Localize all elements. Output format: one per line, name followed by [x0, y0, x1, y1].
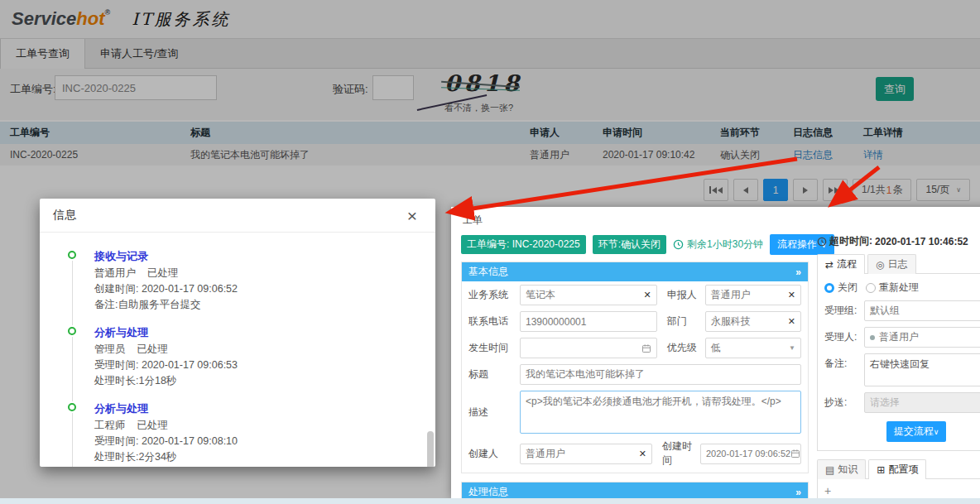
chevron-down-icon: ▼	[789, 344, 795, 352]
clear-icon[interactable]: ✕	[785, 316, 795, 327]
timeout-label: 超时时间:	[829, 234, 872, 248]
log-icon: ◎	[876, 259, 884, 271]
flow-log-tabs: ⇄流程 ◎日志	[817, 254, 980, 274]
field-value: 低	[711, 341, 721, 355]
timeline-connector	[72, 413, 73, 467]
chevron-down-icon: ∨	[934, 428, 939, 436]
radio-reprocess-label: 重新处理	[879, 281, 919, 295]
field-value: 13900000001	[526, 316, 586, 328]
order-main-column: 工单编号: INC-2020-0225 环节:确认关闭 剩余1小时30分钟 流程…	[461, 234, 809, 498]
assignee-input[interactable]: 普通用户	[864, 327, 980, 348]
creator-input[interactable]: 普通用户✕	[520, 444, 652, 464]
handle-info-section: 处理信息 » 根源分析 硬件原因✕ 解决时间 2020-01-20 00:00:…	[461, 482, 809, 498]
timeline-actor: 管理员	[94, 343, 126, 355]
timeline-status: 已处理	[147, 267, 179, 279]
timeline-connector	[72, 337, 73, 401]
add-config-item-button[interactable]: +	[824, 484, 980, 497]
panel-title: 工单	[463, 214, 980, 228]
field-value: 笔记本	[526, 288, 555, 302]
timeline-actor: 普通用户	[94, 267, 136, 279]
bottom-scroll-strip	[0, 498, 980, 504]
tab-label: 配置项	[888, 463, 918, 477]
field-label: 创建时间	[662, 439, 700, 468]
timeline-status: 已处理	[137, 420, 169, 431]
field-label: 联系电话	[468, 314, 520, 329]
handle-group-input[interactable]: 默认组	[864, 300, 980, 321]
screen: Servicehot® IT服务系统 工单号查询 申请人工号/查询 工单编号: …	[0, 0, 980, 504]
submit-flow-label: 提交流程	[894, 425, 934, 437]
field-value: 普通用户	[526, 447, 565, 461]
business-system-input[interactable]: 笔记本✕	[520, 285, 657, 305]
remaining-time-text: 剩余1小时30分钟	[687, 238, 763, 252]
radio-reprocess[interactable]	[866, 283, 876, 293]
field-label: 受理组:	[824, 304, 864, 318]
handle-info-header[interactable]: 处理信息 »	[462, 482, 808, 498]
create-time-input[interactable]: 2020-01-17 09:06:52	[700, 444, 801, 464]
timeline-extra: 处理时长:2分34秒	[94, 449, 420, 465]
field-placeholder: 请选择	[870, 396, 900, 410]
radio-close-label: 关闭	[838, 281, 858, 295]
tab-config-items[interactable]: ⊞配置项	[868, 459, 926, 479]
stage-badge: 环节:确认关闭	[593, 235, 666, 254]
field-label: 描述	[468, 406, 520, 420]
reporter-input[interactable]: 普通用户✕	[705, 285, 801, 305]
section-title: 基本信息	[468, 265, 508, 279]
clock-icon	[673, 239, 684, 250]
occur-time-input[interactable]	[520, 338, 657, 358]
field-value: 2020-01-17 09:06:52	[706, 449, 790, 458]
basic-info-header[interactable]: 基本信息 »	[462, 262, 808, 281]
description-textarea[interactable]: <p>我的笔记本必须接通电池才能开机，请帮我处理。</p>	[520, 391, 801, 434]
timeline-entry: 接收与记录 普通用户已处理 创建时间: 2020-01-17 09:06:52 …	[58, 249, 420, 313]
timeline-dot-icon	[68, 327, 76, 335]
department-input[interactable]: 永服科技✕	[705, 311, 801, 332]
config-items-box: + HD-HD-HD00024 行政部-笔记本-001 HD-HD00020 政…	[817, 478, 980, 498]
config-icon: ⊞	[877, 464, 885, 476]
timeline-dot-icon	[68, 251, 76, 259]
tab-flow[interactable]: ⇄流程	[817, 254, 865, 274]
timeline-time: 受理时间: 2020-01-17 09:06:53	[94, 358, 420, 373]
order-badge-row: 工单编号: INC-2020-0225 环节:确认关闭 剩余1小时30分钟 流程…	[461, 234, 809, 255]
section-title: 处理信息	[468, 485, 508, 498]
calendar-icon[interactable]	[641, 343, 651, 353]
dialog-header: 信息 ×	[40, 199, 435, 233]
dialog-scrollbar-thumb[interactable]	[427, 431, 434, 467]
calendar-icon[interactable]	[790, 449, 800, 458]
timeline-entry: 分析与处理 管理员已处理 受理时间: 2020-01-17 09:06:53 处…	[58, 325, 420, 389]
tab-label: 流程	[837, 257, 857, 271]
tab-log[interactable]: ◎日志	[867, 254, 915, 274]
clear-icon[interactable]: ✕	[636, 449, 646, 459]
submit-flow-button[interactable]: 提交流程∨	[886, 421, 947, 442]
knowledge-icon: ▤	[825, 464, 834, 476]
timeline-extra: 备注:自助服务平台提交	[94, 297, 420, 313]
field-label: 受理人:	[824, 330, 864, 344]
timeline-status: 已处理	[137, 343, 169, 355]
close-icon[interactable]: ×	[407, 207, 417, 224]
timeline-step-name: 分析与处理	[94, 325, 420, 340]
field-label: 抄送:	[824, 396, 864, 410]
flow-icon: ⇄	[825, 259, 833, 271]
remark-textarea[interactable]: 右键快速回复	[864, 353, 980, 386]
contact-phone-input[interactable]: 13900000001	[520, 311, 657, 332]
cc-input[interactable]: 请选择	[864, 392, 980, 413]
field-value: 我的笔记本电池可能坏掉了	[526, 367, 645, 382]
work-order-panel: 工单 工单编号: INC-2020-0225 环节:确认关闭 剩余1小时30分钟…	[451, 207, 980, 498]
clock-icon	[817, 237, 827, 247]
order-side-column: 超时时间: 2020-01-17 10:46:52 ⇄流程 ◎日志 关闭 重新处…	[817, 234, 980, 498]
title-input[interactable]: 我的笔记本电池可能坏掉了	[520, 364, 801, 385]
clear-icon[interactable]: ✕	[641, 290, 651, 300]
tab-label: 知识	[838, 463, 858, 477]
tab-knowledge[interactable]: ▤知识	[817, 459, 866, 479]
field-value: 默认组	[870, 304, 900, 318]
radio-close[interactable]	[824, 283, 834, 293]
dialog-title: 信息	[53, 208, 76, 223]
timeline-extra: 处理时长:1分18秒	[94, 373, 420, 389]
log-info-dialog: 信息 × 接收与记录 普通用户已处理 创建时间: 2020-01-17 09:0…	[40, 199, 435, 467]
field-label: 部门	[667, 314, 705, 329]
process-action-label: 流程操作	[777, 238, 817, 252]
field-label: 申报人	[667, 288, 705, 302]
priority-select[interactable]: 低▼	[705, 338, 801, 358]
field-value: 永服科技	[711, 314, 751, 329]
field-value: 普通用户	[711, 288, 751, 302]
timeline-step-name: 接收与记录	[94, 249, 420, 264]
clear-icon[interactable]: ✕	[785, 290, 795, 300]
